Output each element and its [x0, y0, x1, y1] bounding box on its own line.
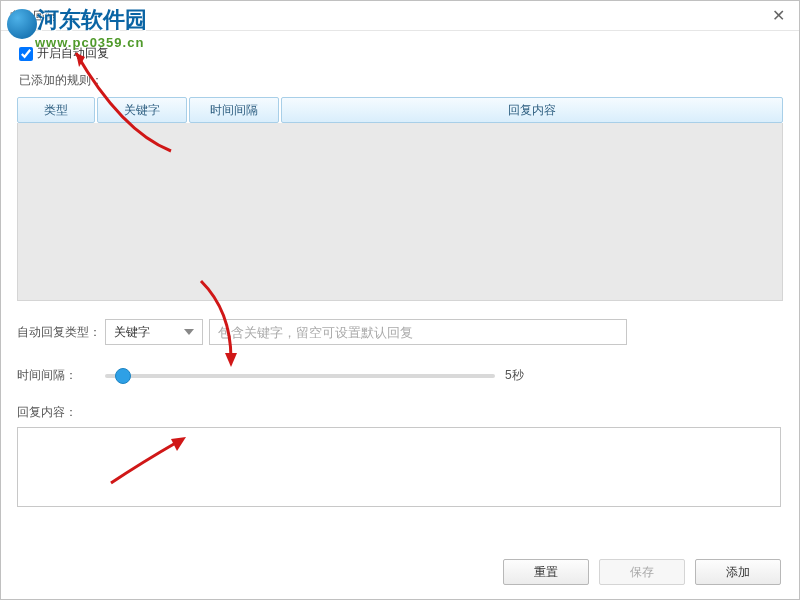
titlebar: 自动回复 ✕: [1, 1, 799, 31]
type-selected-value: 关键字: [114, 324, 150, 341]
interval-slider[interactable]: [105, 374, 495, 378]
chevron-down-icon: [184, 329, 194, 335]
enable-label: 开启自动回复: [37, 45, 109, 62]
enable-auto-reply-checkbox[interactable]: [19, 47, 33, 61]
rules-header: 类型 关键字 时间间隔 回复内容: [17, 97, 783, 123]
footer-buttons: 重置 保存 添加: [503, 559, 781, 585]
interval-label: 时间间隔：: [17, 367, 105, 384]
col-keyword[interactable]: 关键字: [97, 97, 187, 123]
interval-row: 时间间隔： 5秒: [17, 367, 783, 384]
dialog-window: 自动回复 ✕ 开启自动回复 已添加的规则： 类型 关键字 时间间隔 回复内容 自…: [0, 0, 800, 600]
add-button[interactable]: 添加: [695, 559, 781, 585]
slider-thumb[interactable]: [115, 368, 131, 384]
reset-button[interactable]: 重置: [503, 559, 589, 585]
window-title: 自动回复: [9, 1, 57, 31]
added-rules-label: 已添加的规则：: [19, 72, 783, 89]
keyword-input[interactable]: [209, 319, 627, 345]
interval-value: 5秒: [505, 367, 524, 384]
type-row: 自动回复类型： 关键字: [17, 319, 783, 345]
rules-listbox[interactable]: [17, 123, 783, 301]
close-icon[interactable]: ✕: [766, 1, 791, 31]
col-reply[interactable]: 回复内容: [281, 97, 783, 123]
col-interval[interactable]: 时间间隔: [189, 97, 279, 123]
col-type[interactable]: 类型: [17, 97, 95, 123]
content-area: 开启自动回复 已添加的规则： 类型 关键字 时间间隔 回复内容 自动回复类型： …: [1, 31, 799, 510]
reply-label: 回复内容：: [17, 404, 783, 421]
enable-row: 开启自动回复: [19, 45, 783, 62]
type-select[interactable]: 关键字: [105, 319, 203, 345]
save-button[interactable]: 保存: [599, 559, 685, 585]
type-label: 自动回复类型：: [17, 324, 105, 341]
reply-textarea[interactable]: [17, 427, 781, 507]
